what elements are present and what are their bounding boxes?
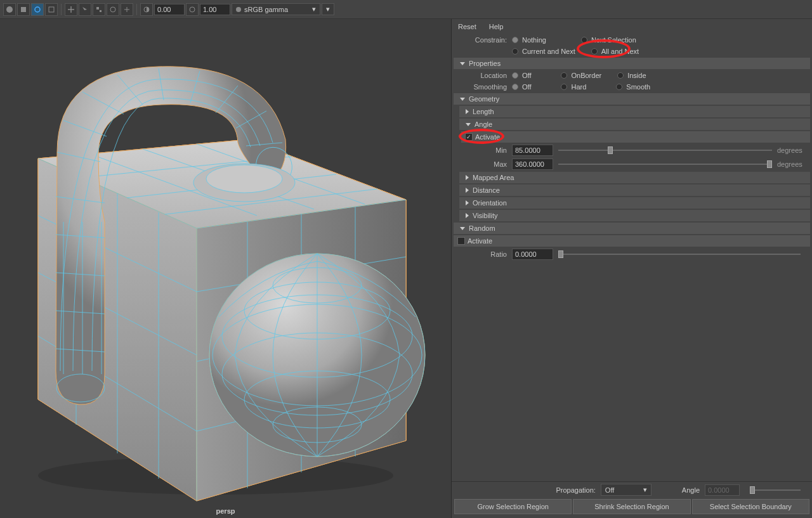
colorspace-dropdown[interactable]: sRGB gamma ▾ bbox=[232, 3, 320, 15]
constrain-label: Constrain: bbox=[458, 36, 512, 44]
gamma-value-input[interactable] bbox=[154, 4, 185, 15]
random-activate-row: Activate bbox=[454, 235, 810, 247]
angle-activate-row: Activate bbox=[461, 131, 810, 143]
ratio-slider[interactable] bbox=[558, 249, 801, 259]
propagation-dropdown[interactable]: Off▾ bbox=[601, 484, 652, 496]
viewport-toolbar: sRGB gamma ▾ ▾ bbox=[0, 0, 812, 19]
constrain-all-and-next-radio[interactable]: All and Next bbox=[591, 48, 639, 55]
smoothing-off-radio[interactable]: Off bbox=[512, 83, 531, 91]
unit-label: degrees bbox=[777, 146, 806, 154]
angle-section[interactable]: Angle bbox=[459, 119, 810, 130]
smoothing-hard-radio[interactable]: Hard bbox=[561, 83, 586, 91]
exposure-value-input[interactable] bbox=[200, 4, 230, 15]
ratio-input[interactable] bbox=[512, 249, 553, 260]
geometry-section[interactable]: Geometry bbox=[454, 93, 810, 105]
svg-rect-3 bbox=[49, 7, 54, 12]
options-panel: Reset Help Constrain: Nothing Next Selec… bbox=[452, 19, 812, 518]
help-menu[interactable]: Help bbox=[489, 23, 504, 30]
chevron-down-icon: ▾ bbox=[326, 5, 330, 13]
random-section[interactable]: Random bbox=[454, 223, 810, 234]
viewport-canvas[interactable] bbox=[0, 19, 451, 504]
properties-section[interactable]: Properties bbox=[454, 58, 810, 69]
propagation-angle-input bbox=[705, 484, 740, 496]
angle-min-label: Min bbox=[458, 146, 512, 154]
rotate-icon[interactable] bbox=[107, 3, 119, 16]
svg-point-2 bbox=[35, 7, 40, 12]
constrain-next-selection-radio[interactable]: Next Selection bbox=[581, 36, 636, 44]
scale-icon[interactable] bbox=[93, 3, 105, 16]
smoothing-smooth-radio[interactable]: Smooth bbox=[616, 83, 650, 91]
select-icon[interactable] bbox=[79, 3, 91, 16]
camera-label: persp bbox=[0, 504, 451, 518]
orientation-section[interactable]: Orientation bbox=[459, 197, 810, 209]
angle-max-input[interactable] bbox=[512, 159, 553, 170]
exposure-toggle-icon[interactable] bbox=[186, 3, 199, 16]
unit-label: degrees bbox=[777, 160, 806, 168]
svg-point-6 bbox=[110, 7, 115, 12]
select-boundary-button[interactable]: Select Selection Boundary bbox=[692, 499, 809, 514]
flat-shade-icon[interactable] bbox=[17, 3, 30, 16]
location-off-radio[interactable]: Off bbox=[512, 72, 531, 79]
angle-activate-label: Activate bbox=[475, 133, 500, 141]
distance-section[interactable]: Distance bbox=[459, 185, 810, 196]
snap-icon[interactable] bbox=[121, 3, 133, 16]
location-inside-radio[interactable]: Inside bbox=[617, 72, 646, 79]
location-label: Location bbox=[458, 72, 512, 79]
svg-point-8 bbox=[190, 7, 195, 12]
smoothing-label: Smoothing bbox=[458, 83, 512, 91]
xray-icon[interactable] bbox=[45, 3, 58, 16]
ratio-label: Ratio bbox=[458, 250, 512, 258]
visibility-section[interactable]: Visibility bbox=[459, 210, 810, 221]
angle-label: Angle bbox=[682, 486, 700, 494]
svg-rect-5 bbox=[100, 10, 102, 12]
overflow-dropdown[interactable]: ▾ bbox=[322, 3, 334, 15]
move-icon[interactable] bbox=[65, 3, 77, 16]
chevron-down-icon: ▾ bbox=[643, 486, 647, 494]
angle-min-input[interactable] bbox=[512, 145, 553, 156]
propagation-angle-slider[interactable] bbox=[750, 485, 801, 495]
mapped-area-section[interactable]: Mapped Area bbox=[459, 172, 810, 183]
location-onborder-radio[interactable]: OnBorder bbox=[561, 72, 601, 79]
propagation-label: Propagation: bbox=[556, 486, 595, 494]
svg-point-64 bbox=[206, 165, 282, 193]
random-activate-checkbox[interactable] bbox=[457, 237, 465, 245]
render-icon[interactable] bbox=[3, 3, 16, 16]
svg-point-0 bbox=[6, 6, 13, 13]
angle-activate-checkbox[interactable] bbox=[465, 133, 473, 141]
length-section[interactable]: Length bbox=[459, 106, 810, 117]
angle-max-label: Max bbox=[458, 160, 512, 168]
colorspace-icon bbox=[236, 7, 241, 12]
grow-selection-button[interactable]: Grow Selection Region bbox=[454, 499, 572, 514]
constrain-nothing-radio[interactable]: Nothing bbox=[512, 36, 546, 44]
isolate-icon[interactable] bbox=[31, 3, 44, 16]
gamma-toggle-icon[interactable] bbox=[140, 3, 153, 16]
chevron-down-icon: ▾ bbox=[312, 5, 316, 13]
constrain-current-and-next-radio[interactable]: Current and Next bbox=[512, 48, 575, 55]
random-activate-label: Activate bbox=[468, 237, 492, 245]
svg-rect-1 bbox=[21, 7, 26, 12]
angle-min-slider[interactable] bbox=[558, 145, 772, 155]
svg-rect-4 bbox=[96, 7, 99, 10]
mesh-preview bbox=[0, 19, 451, 504]
viewport: persp bbox=[0, 19, 452, 518]
angle-max-slider[interactable] bbox=[558, 159, 772, 169]
shrink-selection-button[interactable]: Shrink Selection Region bbox=[573, 499, 690, 514]
reset-menu[interactable]: Reset bbox=[458, 23, 476, 30]
